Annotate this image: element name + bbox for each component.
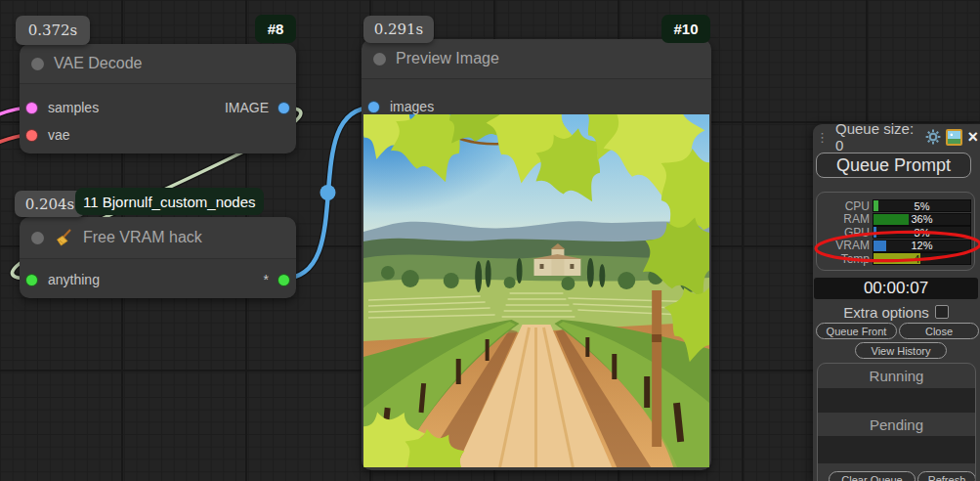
- queue-front-button[interactable]: Queue Front: [816, 323, 897, 339]
- slot-label-star: *: [264, 272, 269, 287]
- vineyard-scene: [363, 114, 709, 467]
- queue-size-label: Queue size: 0: [828, 120, 925, 153]
- free-vram-group-badge: 11 Bjornulf_custom_nodes: [75, 188, 264, 215]
- comfyui-canvas[interactable]: { "nodes": { "vae_decode": {"timing":"0.…: [0, 0, 980, 481]
- node-free-vram-hack[interactable]: Free VRAM hack anything *: [20, 217, 296, 298]
- view-history-button[interactable]: View History: [855, 342, 947, 359]
- monitor-row: RAM36%: [817, 213, 971, 227]
- monitor-label: GPU: [817, 226, 873, 240]
- vineyard-preview-photo[interactable]: [363, 114, 709, 467]
- monitor-bar-track: 12%: [873, 240, 971, 252]
- queue-menu-panel: ⋮ Queue size: 0 × Queue Prompt CPU5%RAM3…: [813, 124, 980, 481]
- node-title: VAE Decode: [54, 55, 142, 72]
- slot-label-anything: anything: [48, 272, 100, 287]
- slot-dot-images[interactable]: [367, 101, 380, 113]
- monitor-bar-track: 36%: [873, 213, 971, 226]
- running-header: Running: [818, 364, 975, 388]
- collapse-dot-icon[interactable]: [31, 232, 44, 244]
- clear-queue-button[interactable]: Clear Queue: [829, 471, 916, 481]
- monitor-bar-track: 48°: [873, 252, 971, 265]
- slot-dot-samples[interactable]: [25, 102, 38, 114]
- monitor-value: 48°: [873, 253, 970, 265]
- execution-timer: 00:00:07: [814, 278, 978, 299]
- monitor-rows: CPU5%RAM36%GPU3%VRAM12%Temp48°: [817, 199, 971, 266]
- running-list: [818, 388, 975, 413]
- node-title: Preview Image: [396, 50, 499, 67]
- broom-icon: [54, 228, 73, 247]
- close-icon[interactable]: ×: [967, 130, 978, 144]
- collapse-dot-icon[interactable]: [373, 53, 386, 66]
- monitor-value: 36%: [873, 213, 970, 225]
- monitor-value: 5%: [873, 200, 970, 212]
- settings-gear-icon[interactable]: [925, 129, 941, 145]
- slot-label-vae: vae: [48, 127, 70, 143]
- monitor-label: Temp: [817, 252, 873, 266]
- free-vram-header[interactable]: Free VRAM hack: [20, 217, 296, 259]
- monitor-label: RAM: [817, 212, 873, 226]
- collapse-dot-icon[interactable]: [31, 58, 44, 70]
- monitor-label: CPU: [817, 199, 873, 213]
- node-vae-decode[interactable]: VAE Decode samples IMAGE vae: [20, 44, 296, 153]
- system-monitor: CPU5%RAM36%GPU3%VRAM12%Temp48°: [816, 192, 975, 271]
- slot-dot-star-out[interactable]: [277, 274, 290, 286]
- image-gallery-icon[interactable]: [946, 129, 962, 146]
- slot-dot-image-out[interactable]: [277, 102, 290, 114]
- vae-decode-id-badge: #8: [255, 15, 296, 43]
- link-midpoint-dot[interactable]: [320, 185, 336, 200]
- queue-prompt-button[interactable]: Queue Prompt: [816, 153, 971, 178]
- slot-label-images: images: [390, 99, 434, 114]
- slot-dot-anything[interactable]: [25, 274, 38, 286]
- preview-header[interactable]: Preview Image: [362, 39, 711, 79]
- preview-timing-badge: 0.291s: [363, 16, 434, 43]
- monitor-row: GPU3%: [817, 226, 971, 240]
- drag-handle-icon[interactable]: ⋮: [816, 130, 828, 145]
- refresh-button[interactable]: Refresh: [917, 471, 976, 481]
- vae-decode-header[interactable]: VAE Decode: [20, 44, 296, 84]
- queue-lists-panel: Running Pending Clear Queue Refresh: [817, 363, 976, 481]
- monitor-row: VRAM12%: [817, 240, 971, 253]
- slot-label-image: IMAGE: [225, 100, 269, 115]
- monitor-row: Temp48°: [817, 252, 971, 266]
- monitor-label: VRAM: [817, 239, 873, 252]
- slot-dot-vae[interactable]: [25, 129, 38, 142]
- monitor-row: CPU5%: [817, 199, 971, 213]
- monitor-bar-track: 3%: [873, 226, 971, 239]
- node-title: Free VRAM hack: [83, 229, 202, 246]
- extra-options-label: Extra options: [843, 304, 929, 321]
- monitor-value: 12%: [873, 240, 970, 251]
- preview-id-badge: #10: [661, 15, 710, 43]
- pending-list: [818, 436, 975, 463]
- close-button[interactable]: Close: [899, 323, 979, 339]
- node-preview-image[interactable]: Preview Image images: [362, 39, 711, 470]
- extra-options-checkbox[interactable]: [935, 305, 949, 319]
- vae-decode-timing-badge: 0.372s: [16, 16, 90, 45]
- slot-label-samples: samples: [48, 100, 99, 115]
- monitor-value: 3%: [873, 227, 970, 239]
- pending-header: Pending: [818, 413, 975, 436]
- monitor-bar-track: 5%: [873, 199, 971, 212]
